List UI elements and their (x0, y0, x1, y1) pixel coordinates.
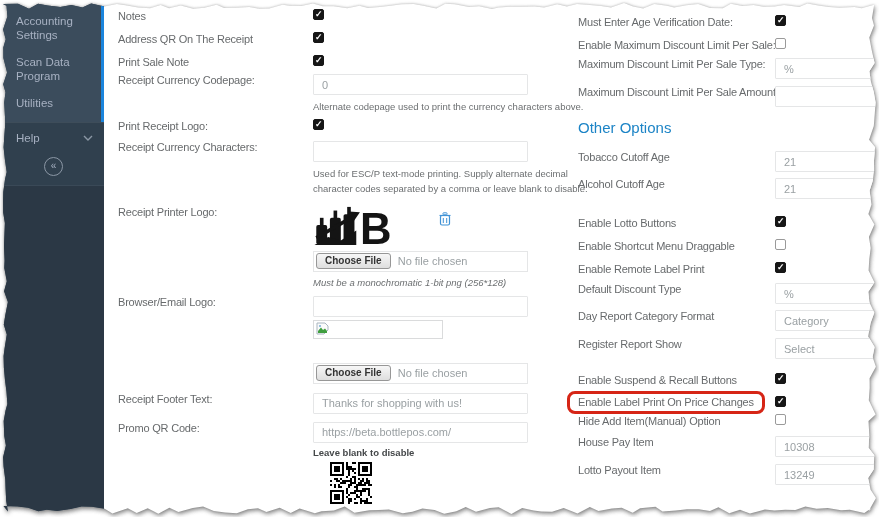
choose-file-button[interactable]: Choose File (316, 365, 391, 381)
settings-row: Day Report Category Format (578, 310, 876, 331)
receipt-currency-codepage-input[interactable] (313, 74, 528, 95)
alcohol-cutoff-age-label: Alcohol Cutoff Age (578, 178, 665, 190)
sidebar-item-utilities[interactable]: Utilities (3, 90, 101, 116)
promo-qr-code-label: Promo QR Code: (118, 422, 200, 434)
settings-row: House Pay Item (578, 436, 876, 457)
sidebar-item-scan-data-program[interactable]: Scan Data Program (3, 49, 101, 90)
address-qr-on-the-receipt-label: Address QR On The Receipt (118, 33, 253, 45)
lotto-payout-item-label: Lotto Payout Item (578, 464, 661, 476)
settings-row: Print Receipt Logo: (118, 118, 570, 133)
address-qr-on-the-receipt-checkbox[interactable] (313, 32, 324, 43)
sidebar-item-accounting-settings[interactable]: Accounting Settings (3, 8, 101, 49)
settings-row: Receipt Footer Text: (118, 393, 570, 414)
enable-suspend-recall-buttons-label: Enable Suspend & Recall Buttons (578, 374, 737, 386)
register-report-show-label: Register Report Show (578, 338, 682, 350)
print-receipt-logo-checkbox[interactable] (313, 119, 324, 130)
receipt-footer-text-input[interactable] (313, 393, 528, 414)
choose-file-button[interactable]: Choose File (316, 253, 391, 269)
chevron-down-icon (83, 135, 93, 141)
helper-text: Must be a monochromatic 1-bit png (256*1… (313, 275, 570, 290)
receipt-printer-logo-label: Receipt Printer Logo: (118, 206, 217, 218)
sidebar: Accounting Settings Scan Data Program Ut… (3, 3, 104, 514)
settings-row: Must Enter Age Verification Date: (578, 14, 876, 29)
file-upload-control[interactable]: Choose FileNo file chosen (313, 363, 528, 384)
notes-checkbox[interactable] (313, 9, 324, 20)
settings-row: Enable Label Print On Price Changes (578, 395, 876, 410)
settings-row: Browser/Email Logo:Choose FileNo file ch… (118, 296, 570, 384)
print-receipt-logo-label: Print Receipt Logo: (118, 120, 208, 132)
settings-row: Lotto Payout Item (578, 464, 876, 485)
maximum-discount-limit-per-sale-type-label: Maximum Discount Limit Per Sale Type: (578, 58, 765, 70)
broken-image-icon (316, 322, 329, 337)
helper-line: Alternate codepage used to print the cur… (313, 99, 570, 114)
helper-text: Leave blank to disable (313, 445, 570, 460)
settings-row: Print Sale Note (118, 54, 570, 69)
must-enter-age-verification-date-checkbox[interactable] (775, 15, 786, 26)
settings-row: Address QR On The Receipt (118, 31, 570, 46)
screenshot-frame: Accounting Settings Scan Data Program Ut… (3, 3, 876, 514)
day-report-category-format-input[interactable] (775, 310, 876, 331)
tobacco-cutoff-age-label: Tobacco Cutoff Age (578, 151, 670, 163)
enable-maximum-discount-limit-per-sale-label: Enable Maximum Discount Limit Per Sale: (578, 39, 776, 51)
helper-line: Used for ESC/P text-mode printing. Suppl… (313, 166, 570, 181)
house-pay-item-label: House Pay Item (578, 436, 653, 448)
delete-logo-icon[interactable] (439, 212, 451, 228)
file-upload-control[interactable]: Choose FileNo file chosen (313, 251, 528, 272)
settings-column-left: NotesAddress QR On The ReceiptPrint Sale… (118, 8, 570, 514)
enable-maximum-discount-limit-per-sale-checkbox[interactable] (775, 38, 786, 49)
receipt-currency-codepage-label: Receipt Currency Codepage: (118, 74, 255, 86)
maximum-discount-limit-per-sale-type-input[interactable] (775, 58, 876, 79)
enable-label-print-on-price-changes-checkbox[interactable] (775, 396, 786, 407)
enable-lotto-buttons-label: Enable Lotto Buttons (578, 217, 676, 229)
settings-content: NotesAddress QR On The ReceiptPrint Sale… (104, 3, 876, 514)
settings-column-right: Must Enter Age Verification Date:Enable … (570, 8, 876, 514)
receipt-printer-logo-image: B (313, 206, 425, 248)
settings-row: Register Report Show (578, 338, 876, 359)
settings-row: Enable Remote Label Print (578, 261, 876, 276)
sidebar-collapse-button[interactable]: « (44, 157, 63, 176)
receipt-currency-characters-input[interactable] (313, 141, 528, 162)
settings-row: Enable Maximum Discount Limit Per Sale: (578, 37, 876, 52)
register-report-show-input[interactable] (775, 338, 876, 359)
helper-text: Used for ESC/P text-mode printing. Suppl… (313, 166, 570, 196)
enable-lotto-buttons-checkbox[interactable] (775, 216, 786, 227)
maximum-discount-limit-per-sale-amount-input[interactable] (775, 86, 876, 107)
default-discount-type-label: Default Discount Type (578, 283, 681, 295)
print-sale-note-checkbox[interactable] (313, 55, 324, 66)
sidebar-help-label: Help (16, 132, 40, 144)
enable-remote-label-print-checkbox[interactable] (775, 262, 786, 273)
settings-row: Notes (118, 8, 570, 23)
settings-row: Receipt Currency Codepage:Alternate code… (118, 74, 570, 114)
hide-add-item-manual-option-checkbox[interactable] (775, 414, 786, 425)
promo-qr-code-input[interactable] (313, 422, 528, 443)
pos-search-heading: POS Search (118, 511, 570, 514)
enable-remote-label-print-label: Enable Remote Label Print (578, 263, 704, 275)
other-options-heading: Other Options (578, 119, 876, 136)
sidebar-background (3, 186, 104, 514)
house-pay-item-input[interactable] (775, 436, 876, 457)
sidebar-collapse-area: « (3, 152, 104, 186)
enable-shortcut-menu-draggable-label: Enable Shortcut Menu Draggable (578, 240, 735, 252)
settings-row: Maximum Discount Limit Per Sale Type: (578, 58, 876, 79)
enable-shortcut-menu-draggable-checkbox[interactable] (775, 239, 786, 250)
settings-row: Alcohol Cutoff Age (578, 178, 876, 199)
settings-row: Tobacco Cutoff Age (578, 151, 876, 172)
lotto-payout-item-input[interactable] (775, 464, 876, 485)
alcohol-cutoff-age-input[interactable] (775, 178, 876, 199)
helper-text: Alternate codepage used to print the cur… (313, 99, 570, 114)
enable-suspend-recall-buttons-checkbox[interactable] (775, 373, 786, 384)
default-discount-type-input[interactable] (775, 283, 876, 304)
promo-qr-image (330, 462, 372, 504)
browser-email-logo-label: Browser/Email Logo: (118, 296, 216, 308)
browser-email-logo-input[interactable] (313, 296, 528, 317)
settings-row: Enable Lotto Buttons (578, 215, 876, 230)
notes-label: Notes (118, 10, 146, 22)
sidebar-item-help[interactable]: Help (3, 122, 104, 152)
highlight-box: Enable Label Print On Price Changes (567, 391, 765, 414)
receipt-footer-text-label: Receipt Footer Text: (118, 393, 212, 405)
must-enter-age-verification-date-label: Must Enter Age Verification Date: (578, 16, 733, 28)
settings-row: Receipt Currency Characters:Used for ESC… (118, 141, 570, 196)
svg-text:B: B (360, 206, 392, 246)
hide-add-item-manual-option-label: Hide Add Item(Manual) Option (578, 415, 720, 427)
tobacco-cutoff-age-input[interactable] (775, 151, 876, 172)
